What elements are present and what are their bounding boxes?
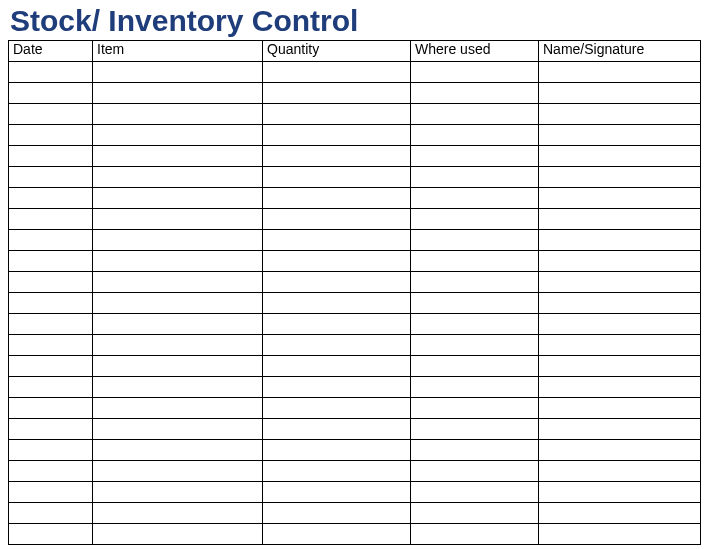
cell-signature [539, 230, 701, 251]
cell-item [93, 356, 263, 377]
table-row [9, 167, 701, 188]
cell-where [411, 419, 539, 440]
cell-quantity [263, 209, 411, 230]
cell-where [411, 125, 539, 146]
cell-date [9, 293, 93, 314]
cell-quantity [263, 293, 411, 314]
cell-signature [539, 167, 701, 188]
table-row [9, 83, 701, 104]
cell-quantity [263, 314, 411, 335]
header-quantity: Quantity [263, 41, 411, 62]
cell-quantity [263, 419, 411, 440]
cell-signature [539, 482, 701, 503]
cell-item [93, 482, 263, 503]
cell-where [411, 104, 539, 125]
table-header-row: Date Item Quantity Where used Name/Signa… [9, 41, 701, 62]
cell-quantity [263, 104, 411, 125]
cell-where [411, 440, 539, 461]
cell-item [93, 62, 263, 83]
cell-where [411, 377, 539, 398]
cell-quantity [263, 356, 411, 377]
cell-date [9, 167, 93, 188]
header-signature: Name/Signature [539, 41, 701, 62]
table-row [9, 209, 701, 230]
cell-item [93, 188, 263, 209]
table-row [9, 440, 701, 461]
cell-date [9, 377, 93, 398]
cell-where [411, 83, 539, 104]
cell-date [9, 314, 93, 335]
cell-date [9, 524, 93, 545]
cell-where [411, 167, 539, 188]
cell-where [411, 398, 539, 419]
cell-item [93, 83, 263, 104]
cell-quantity [263, 503, 411, 524]
cell-where [411, 209, 539, 230]
table-row [9, 293, 701, 314]
cell-quantity [263, 125, 411, 146]
cell-date [9, 209, 93, 230]
cell-item [93, 524, 263, 545]
cell-signature [539, 83, 701, 104]
cell-signature [539, 335, 701, 356]
cell-date [9, 83, 93, 104]
table-row [9, 251, 701, 272]
cell-quantity [263, 377, 411, 398]
table-row [9, 398, 701, 419]
cell-signature [539, 356, 701, 377]
cell-item [93, 440, 263, 461]
cell-date [9, 419, 93, 440]
cell-item [93, 209, 263, 230]
table-row [9, 461, 701, 482]
cell-where [411, 251, 539, 272]
cell-signature [539, 440, 701, 461]
cell-where [411, 503, 539, 524]
header-where-used: Where used [411, 41, 539, 62]
cell-date [9, 251, 93, 272]
cell-where [411, 335, 539, 356]
cell-signature [539, 251, 701, 272]
cell-quantity [263, 83, 411, 104]
cell-item [93, 146, 263, 167]
cell-item [93, 377, 263, 398]
cell-item [93, 272, 263, 293]
table-row [9, 104, 701, 125]
cell-quantity [263, 461, 411, 482]
cell-item [93, 125, 263, 146]
cell-signature [539, 293, 701, 314]
cell-where [411, 146, 539, 167]
table-row [9, 356, 701, 377]
cell-date [9, 356, 93, 377]
cell-item [93, 167, 263, 188]
cell-signature [539, 377, 701, 398]
table-row [9, 188, 701, 209]
cell-signature [539, 62, 701, 83]
cell-date [9, 188, 93, 209]
cell-quantity [263, 398, 411, 419]
cell-item [93, 503, 263, 524]
cell-where [411, 482, 539, 503]
cell-item [93, 335, 263, 356]
table-row [9, 377, 701, 398]
cell-where [411, 524, 539, 545]
cell-date [9, 461, 93, 482]
table-row [9, 62, 701, 83]
cell-quantity [263, 146, 411, 167]
table-row [9, 419, 701, 440]
cell-date [9, 104, 93, 125]
cell-item [93, 293, 263, 314]
cell-date [9, 230, 93, 251]
cell-signature [539, 314, 701, 335]
cell-date [9, 335, 93, 356]
cell-signature [539, 524, 701, 545]
cell-quantity [263, 188, 411, 209]
table-row [9, 335, 701, 356]
inventory-table: Date Item Quantity Where used Name/Signa… [8, 40, 701, 545]
cell-date [9, 272, 93, 293]
table-row [9, 524, 701, 545]
cell-quantity [263, 440, 411, 461]
cell-date [9, 62, 93, 83]
cell-item [93, 251, 263, 272]
cell-quantity [263, 524, 411, 545]
cell-quantity [263, 251, 411, 272]
